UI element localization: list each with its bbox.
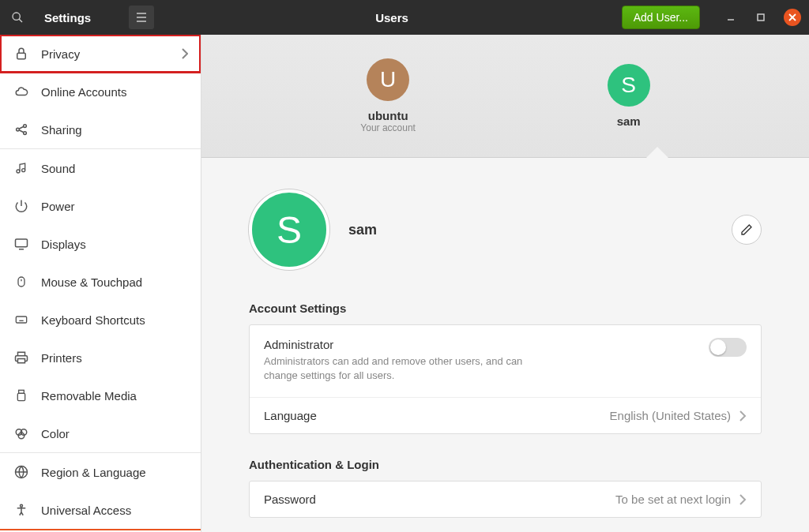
sidebar-item-label: Displays [41,238,86,251]
administrator-row[interactable]: Administrator Administrators can add and… [250,325,761,398]
maximize-button[interactable] [752,9,769,26]
svg-point-16 [22,169,25,172]
user-tile-ubuntu[interactable]: U ubuntu Your account [360,58,416,133]
avatar: S [608,64,650,107]
section-title-account: Account Settings [249,302,762,315]
search-button[interactable] [0,0,35,35]
svg-rect-30 [17,393,24,400]
password-label: Password [264,493,316,506]
sidebar-item-label: Mouse & Touchpad [41,275,142,289]
auth-card: Password To be set at next login [249,481,762,518]
sidebar-item-removable-media[interactable]: Removable Media [0,377,201,414]
sidebar: Privacy Online Accounts Sharing Sound Po… [0,35,201,532]
sidebar-item-online-accounts[interactable]: Online Accounts [0,73,201,111]
user-detail: S sam Account Settings Administrator Adm… [201,158,809,532]
app-title: Settings [44,11,91,24]
svg-rect-18 [16,239,28,247]
hamburger-icon [136,13,147,22]
sidebar-item-sharing[interactable]: Sharing [0,111,201,148]
minimize-button[interactable] [722,9,739,26]
sidebar-item-label: Privacy [41,47,80,61]
account-settings-card: Administrator Administrators can add and… [249,324,762,434]
svg-rect-9 [17,53,26,59]
svg-line-1 [19,19,22,22]
admin-label: Administrator [264,338,747,351]
svg-line-13 [19,126,24,129]
panel-title: Users [375,11,408,24]
admin-description: Administrators can add and remove other … [264,354,548,383]
sidebar-item-displays[interactable]: Displays [0,225,201,263]
sidebar-item-label: Online Accounts [41,85,126,99]
svg-point-36 [21,504,23,507]
color-icon [13,425,30,442]
section-title-auth: Authentication & Login [249,458,762,471]
password-value: To be set at next login [615,493,731,506]
svg-rect-22 [16,317,26,323]
sidebar-item-label: Region & Language [41,466,146,479]
sidebar-item-privacy[interactable]: Privacy [0,35,201,73]
password-row[interactable]: Password To be set at next login [250,481,761,517]
profile-avatar[interactable]: S [249,189,329,270]
minimize-icon [727,13,735,21]
svg-line-14 [19,130,24,133]
globe-icon [13,463,30,481]
share-icon [13,121,30,138]
accessibility-icon [13,501,30,519]
sidebar-item-color[interactable]: Color [0,414,201,452]
language-value: English (United States) [610,409,731,422]
sidebar-item-sound[interactable]: Sound [0,149,201,187]
menu-button[interactable] [129,6,154,29]
keyboard-icon [13,311,30,328]
svg-point-0 [13,13,20,20]
sidebar-item-printers[interactable]: Printers [0,339,201,377]
chevron-right-icon [739,410,747,421]
user-selector-strip: U ubuntu Your account S sam [201,35,809,158]
usb-icon [13,387,30,404]
profile-header: S sam [249,189,762,270]
sidebar-item-label: Printers [41,351,82,365]
svg-point-15 [17,170,20,173]
note-icon [13,159,30,177]
add-user-button[interactable]: Add User... [622,6,700,29]
cloud-icon [13,83,30,100]
edit-name-button[interactable] [732,215,762,245]
chevron-right-icon [739,494,747,505]
user-name: ubuntu [368,109,408,122]
user-name: sam [617,114,641,128]
sidebar-item-label: Keyboard Shortcuts [41,313,145,327]
sidebar-item-keyboard-shortcuts[interactable]: Keyboard Shortcuts [0,301,201,339]
sidebar-item-universal-access[interactable]: Universal Access [0,491,201,529]
main-panel: U ubuntu Your account S sam S sam Accoun… [201,35,809,532]
titlebar: Settings Users Add User... [0,0,809,35]
sidebar-item-label: Power [41,200,75,213]
close-icon [788,13,796,21]
display-icon [13,235,30,253]
pencil-icon [740,223,753,236]
language-row[interactable]: Language English (United States) [250,398,761,433]
admin-toggle[interactable] [709,338,747,357]
user-tile-sam[interactable]: S sam [608,64,650,128]
user-sub: Your account [360,122,416,133]
avatar: U [367,58,409,101]
sidebar-item-label: Sharing [41,123,82,137]
selected-indicator [646,147,668,158]
printer-icon [13,349,30,366]
sidebar-item-label: Color [41,427,70,440]
sidebar-item-mouse-touchpad[interactable]: Mouse & Touchpad [0,263,201,301]
svg-rect-6 [758,14,764,21]
sidebar-item-label: Universal Access [41,504,131,517]
sidebar-item-region-language[interactable]: Region & Language [0,453,201,491]
svg-rect-28 [18,359,25,363]
svg-rect-20 [18,277,24,287]
active-indicator [0,529,201,530]
maximize-icon [757,13,765,21]
lock-icon [13,45,30,62]
close-button[interactable] [784,9,801,26]
sidebar-item-label: Removable Media [41,389,137,403]
sidebar-item-power[interactable]: Power [0,187,201,225]
power-icon [13,197,30,215]
chevron-right-icon [182,48,188,59]
search-icon [11,11,24,24]
language-label: Language [264,409,317,422]
mouse-icon [13,273,30,290]
